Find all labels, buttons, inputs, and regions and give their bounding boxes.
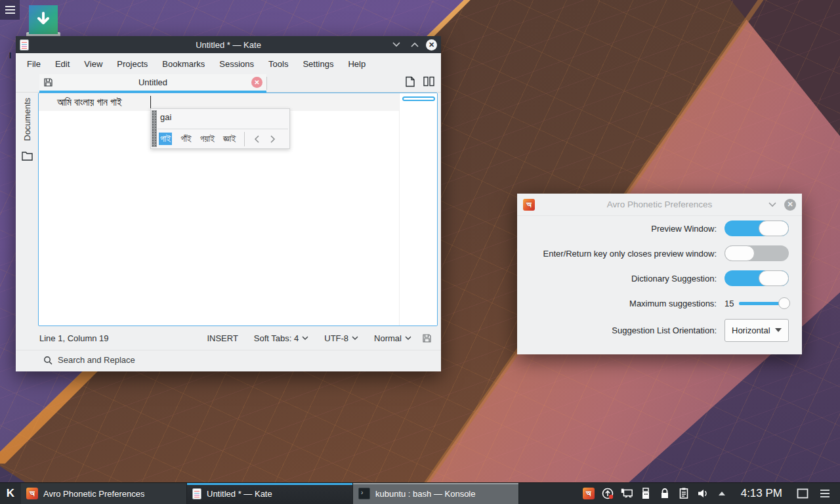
sidebar-documents-button[interactable]: Documents <box>22 98 32 141</box>
task-konsole[interactable]: › kubuntu : bash — Konsole <box>353 483 519 504</box>
tab-untitled[interactable]: Untitled ✕ <box>39 74 266 93</box>
next-page-icon[interactable] <box>269 135 276 143</box>
preference-row: Enter/Return key only closes preview win… <box>517 241 802 266</box>
popup-drag-handle[interactable] <box>152 110 157 147</box>
orientation-value: Horizontal <box>732 326 770 335</box>
tab-close-icon[interactable]: ✕ <box>251 77 262 88</box>
avro-dialog-titlebar[interactable]: অ Avro Phonetic Preferences ✕ <box>517 194 802 216</box>
document-modified-icon <box>43 77 53 87</box>
network-icon[interactable] <box>620 486 633 501</box>
chevron-down-icon <box>775 328 782 332</box>
kate-tabbar: Untitled ✕ <box>16 74 441 93</box>
kate-app-icon <box>20 39 29 51</box>
enter-closes-preview-toggle[interactable] <box>724 245 789 261</box>
slider-knob[interactable] <box>778 297 790 309</box>
close-icon[interactable]: ✕ <box>784 199 796 211</box>
menu-help[interactable]: Help <box>341 59 373 69</box>
avro-dialog-title: Avro Phonetic Preferences <box>517 200 802 209</box>
tab-width-selector[interactable]: Soft Tabs: 4 <box>249 333 314 343</box>
task-kate[interactable]: Untitled * — Kate <box>187 483 353 504</box>
preference-row: Maximum suggestions: 15 <box>517 291 802 316</box>
menu-bookmarks[interactable]: Bookmarks <box>155 59 212 69</box>
clipboard-icon[interactable] <box>677 486 690 501</box>
filesystem-browser-folder-icon[interactable] <box>22 152 33 161</box>
search-icon <box>43 356 52 365</box>
kate-app-icon <box>192 488 201 499</box>
digital-clock[interactable]: 4:13 PM <box>734 487 789 500</box>
install-icon-label: I <box>9 51 11 60</box>
kate-window: Untitled * — Kate ✕ File Edit View Proje… <box>16 36 441 371</box>
avro-suggestion-popup: gai গাই গাঁই গয়াই জ্ঞাই <box>150 108 290 149</box>
device-notifier-icon[interactable] <box>639 486 652 501</box>
tray-expand-icon[interactable] <box>715 486 728 501</box>
show-desktop-button[interactable] <box>795 488 810 499</box>
avro-app-icon: অ <box>523 199 535 211</box>
search-and-replace-bar[interactable]: Search and Replace <box>16 350 441 369</box>
text-cursor <box>150 96 151 109</box>
menu-file[interactable]: File <box>20 59 48 69</box>
menu-view[interactable]: View <box>77 59 110 69</box>
kate-window-title: Untitled * — Kate <box>16 40 441 50</box>
scrollbar-thumb[interactable] <box>402 96 435 101</box>
new-document-icon[interactable] <box>405 76 415 87</box>
prev-page-icon[interactable] <box>253 135 261 143</box>
updates-icon[interactable] <box>601 486 614 501</box>
desktop-toolbox-button[interactable] <box>0 0 20 20</box>
tab-divider <box>266 77 267 90</box>
avro-tray-icon[interactable]: অ <box>582 486 595 501</box>
maximum-suggestions-value: 15 <box>724 299 734 308</box>
editor-scrollbar[interactable] <box>399 93 437 326</box>
orientation-label: Suggestion List Orientation: <box>530 326 717 335</box>
preference-row: Dictionary Suggestion: <box>517 266 802 291</box>
kate-titlebar[interactable]: Untitled * — Kate ✕ <box>16 36 441 53</box>
menu-edit[interactable]: Edit <box>48 59 77 69</box>
menu-sessions[interactable]: Sessions <box>212 59 261 69</box>
taskbar-panel: K অ Avro Phonetic Preferences Untitled *… <box>0 482 840 504</box>
text-editor-area[interactable]: আমি বাংলায় গান গাই gai গাই গাঁই গয়াই জ… <box>38 93 438 326</box>
tab-label: Untitled <box>39 77 266 87</box>
phonetic-input-text: gai <box>160 112 171 122</box>
enter-closes-preview-label: Enter/Return key only closes preview win… <box>530 249 717 259</box>
volume-icon[interactable] <box>696 486 709 501</box>
popup-vertical-divider <box>244 132 245 146</box>
maximum-suggestions-label: Maximum suggestions: <box>530 299 717 308</box>
lock-icon[interactable] <box>658 486 671 501</box>
menu-tools[interactable]: Tools <box>261 59 295 69</box>
dictionary-suggestion-toggle[interactable] <box>724 270 789 286</box>
suggestion-item[interactable]: গয়াই <box>200 133 215 144</box>
task-avro-preferences[interactable]: অ Avro Phonetic Preferences <box>21 483 187 504</box>
preview-window-label: Preview Window: <box>530 224 717 234</box>
suggestion-item[interactable]: গাঁই <box>180 133 191 144</box>
orientation-dropdown[interactable]: Horizontal <box>724 319 789 342</box>
maximize-icon[interactable] <box>408 37 422 52</box>
dictionary-suggestion-label: Dictionary Suggestion: <box>530 274 717 284</box>
minimize-icon[interactable] <box>389 37 404 52</box>
panel-settings-icon[interactable] <box>816 490 833 497</box>
konsole-app-icon: › <box>358 488 370 499</box>
avro-preferences-dialog: অ Avro Phonetic Preferences ✕ Preview Wi… <box>517 194 802 354</box>
preview-window-toggle[interactable] <box>724 220 789 236</box>
preference-row: Preview Window: <box>517 216 802 241</box>
kate-statusbar: Line 1, Column 19 INSERT Soft Tabs: 4 UT… <box>16 326 441 350</box>
avro-app-icon: অ <box>26 488 38 499</box>
insert-mode-button[interactable]: INSERT <box>201 333 243 343</box>
install-system-desktop-icon[interactable] <box>25 5 62 39</box>
suggestion-selected[interactable]: গাই <box>159 133 172 145</box>
close-icon[interactable]: ✕ <box>426 39 437 51</box>
kate-menubar: File Edit View Projects Bookmarks Sessio… <box>16 53 441 74</box>
maximum-suggestions-slider[interactable] <box>739 302 789 305</box>
minimize-icon[interactable] <box>765 198 780 212</box>
save-icon[interactable] <box>422 333 432 343</box>
menu-settings[interactable]: Settings <box>295 59 341 69</box>
kate-left-sidebar: Documents <box>16 93 38 326</box>
search-and-replace-label: Search and Replace <box>58 355 135 365</box>
system-tray: অ 4:13 PM <box>582 483 840 504</box>
preference-row: Suggestion List Orientation: Horizontal <box>517 316 802 345</box>
menu-projects[interactable]: Projects <box>110 59 155 69</box>
encoding-selector[interactable]: UTF-8 <box>319 333 364 343</box>
highlight-mode-selector[interactable]: Normal <box>369 333 417 343</box>
app-launcher-button[interactable]: K <box>0 483 21 504</box>
cursor-position[interactable]: Line 1, Column 19 <box>39 333 109 343</box>
split-view-icon[interactable] <box>423 76 434 87</box>
suggestion-item[interactable]: জ্ঞাই <box>223 133 236 144</box>
